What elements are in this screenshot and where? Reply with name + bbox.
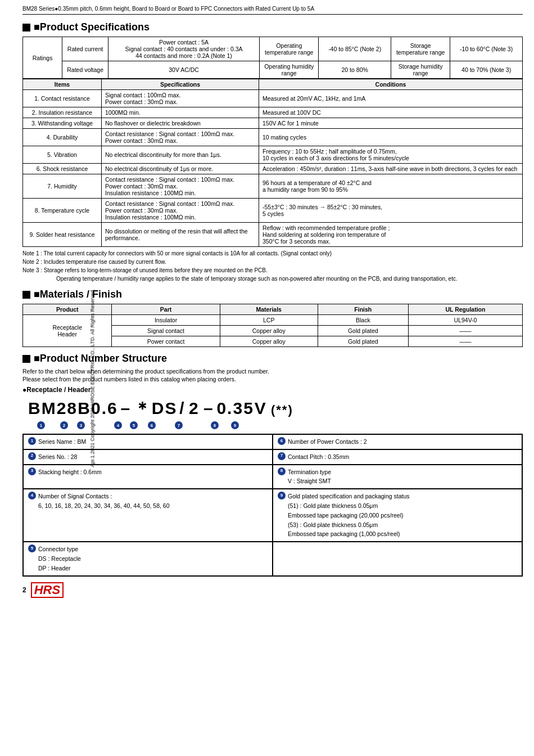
- storage-temp-label: Storage temperature range: [391, 37, 450, 61]
- spec-item-2: 3. Withstanding voltage: [23, 118, 102, 129]
- number-description-grid: 1Series Name : BM6Number of Power Contac…: [22, 434, 523, 577]
- num-part-12: (**): [268, 403, 297, 417]
- mat-header: Finish: [318, 304, 408, 315]
- circle-6: 6: [142, 421, 162, 429]
- note-0: Note 1 : The total current capacity for …: [22, 249, 523, 258]
- footer-page-num: 2: [22, 586, 26, 594]
- spec-condition-8: Reflow : with recommended temperature pr…: [259, 223, 523, 247]
- rated-voltage-label: Rated voltage: [62, 61, 108, 79]
- mat-ul-2: ——: [408, 336, 522, 347]
- num-desc-right-2: 8Termination typeV : Straight SMT: [273, 465, 522, 489]
- num-desc-right-0: 6Number of Power Contacts : 2: [273, 434, 522, 449]
- circle-2: 3: [74, 421, 88, 429]
- op-temp-value: -40 to 85°C (Note 2): [319, 37, 391, 61]
- mat-part-1: Signal contact: [112, 326, 220, 336]
- rated-current-label: Rated current: [62, 37, 108, 61]
- mat-finish-2: Gold plated: [318, 336, 408, 347]
- product-specs-section: ■Product Specifications Ratings Rated cu…: [22, 21, 523, 283]
- circle-10: 8: [201, 421, 228, 429]
- op-temp-label: Operating temperature range: [260, 37, 319, 61]
- mat-part-2: Power contact: [112, 336, 220, 347]
- spec-item-5: 6. Shock resistance: [23, 164, 102, 174]
- storage-humidity-value: 40 to 70% (Note 3): [450, 61, 523, 79]
- num-desc-left-3: 4Number of Signal Contacts :6, 10, 16, 1…: [23, 489, 273, 542]
- storage-temp-value: -10 to 60°C (Note 3): [450, 37, 523, 61]
- notes-section: Note 1 : The total current capacity for …: [22, 249, 523, 283]
- page-header: BM28 Series●0.35mm pitch, 0.6mm height, …: [22, 6, 523, 15]
- spec-spec-2: No flashover or dielectric breakdown: [102, 118, 259, 129]
- mat-header: Materials: [220, 304, 318, 315]
- spec-condition-7: -55±3°C : 30 minutes → 85±2°C : 30 minut…: [259, 199, 523, 223]
- materials-title: ■Materials / Finish: [22, 289, 523, 300]
- note-1: Note 2 : Includes temperature rise cause…: [22, 258, 523, 266]
- num-desc-left-0: 1Series Name : BM: [23, 434, 273, 449]
- circle-11: 9: [228, 421, 242, 429]
- product-number-display: BM28B0.6–＊DS/2–0.35V(**): [28, 397, 523, 420]
- specs-table: Items Specifications Conditions 1. Conta…: [22, 79, 523, 247]
- spec-item-8: 9. Solder heat resistance: [23, 223, 102, 247]
- mat-materials-0: LCP: [220, 315, 318, 326]
- spec-spec-8: No dissolution or melting of the resin t…: [102, 223, 259, 247]
- mat-header: Part: [112, 304, 220, 315]
- spec-spec-1: 1000MΩ min.: [102, 107, 259, 118]
- op-humidity-value: 20 to 80%: [319, 61, 391, 79]
- spec-condition-6: 96 hours at a temperature of 40 ±2°C and…: [259, 174, 523, 199]
- circle-4: 4: [110, 421, 126, 429]
- product-number-section: ■Product Number Structure Refer to the c…: [22, 353, 523, 577]
- col-items: Items: [23, 79, 102, 90]
- mat-header: UL Regulation: [408, 304, 522, 315]
- spec-condition-5: Acceleration : 450m/s², duration : 11ms,…: [259, 164, 523, 174]
- product-specs-title: ■Product Specifications: [22, 21, 523, 33]
- mat-ul-1: ——: [408, 326, 522, 336]
- num-part-8: 2: [187, 399, 201, 418]
- spec-condition-2: 150V AC for 1 minute: [259, 118, 523, 129]
- spec-spec-6: Contact resistance : Signal contact : 10…: [102, 174, 259, 199]
- mat-materials-2: Copper alloy: [220, 336, 318, 347]
- mat-ul-0: UL94V-0: [408, 315, 522, 326]
- spec-condition-1: Measured at 100V DC: [259, 107, 523, 118]
- note-2: Note 3 : Storage refers to long-term-sto…: [22, 266, 523, 274]
- storage-humidity-label: Storage humidity range: [391, 61, 450, 79]
- spec-condition-0: Measured at 20mV AC, 1kHz, and 1mA: [259, 90, 523, 107]
- spec-item-0: 1. Contact resistance: [23, 90, 102, 107]
- spec-item-1: 2. Insulation resistance: [23, 107, 102, 118]
- spec-spec-3: Contact resistance : Signal contact : 10…: [102, 129, 259, 146]
- num-part-1: 28: [57, 399, 78, 418]
- num-desc-left-1: 2Series No. : 28: [23, 449, 273, 465]
- spec-spec-0: Signal contact : 100mΩ max.Power contact…: [102, 90, 259, 107]
- hrs-logo: HRS: [31, 582, 64, 598]
- mat-finish-0: Black: [318, 315, 408, 326]
- spec-item-7: 8. Temperature cycle: [23, 199, 102, 223]
- num-part-10: 0.35: [216, 399, 254, 418]
- spec-item-6: 7. Humidity: [23, 174, 102, 199]
- spec-item-4: 5. Vibration: [23, 146, 102, 164]
- circle-8: 7: [172, 421, 185, 429]
- product-desc2: Please select from the product numbers l…: [22, 376, 523, 382]
- op-humidity-label: Operating humidity range: [260, 61, 319, 79]
- num-part-11: V: [254, 399, 268, 418]
- num-desc-right-3: 9Gold plated specification and packaging…: [273, 489, 522, 542]
- rated-current-values: Power contact : 5A Signal contact : 40 c…: [108, 37, 260, 61]
- spec-spec-7: Contact resistance : Signal contact : 10…: [102, 199, 259, 223]
- footer: 2 HRS: [22, 582, 523, 598]
- num-part-4: –: [118, 399, 134, 418]
- circle-5: 5: [126, 421, 142, 429]
- materials-table: ProductPartMaterialsFinishUL Regulation …: [22, 304, 523, 347]
- num-part-2: B: [78, 399, 91, 418]
- mat-part-0: Insulator: [112, 315, 220, 326]
- spec-spec-4: No electrical discontinuity for more tha…: [102, 146, 259, 164]
- num-part-0: BM: [28, 399, 57, 418]
- col-specifications: Specifications: [102, 79, 259, 90]
- spec-condition-3: 10 mating cycles: [259, 129, 523, 146]
- num-desc-left-4: 5Connector typeDS : ReceptacleDP : Heade…: [23, 542, 273, 575]
- product-number-title: ■Product Number Structure: [22, 353, 523, 364]
- product-desc1: Refer to the chart below when determinin…: [22, 368, 523, 375]
- num-part-6: DS: [152, 399, 178, 418]
- mat-materials-1: Copper alloy: [220, 326, 318, 336]
- mat-product: ReceptacleHeader: [23, 315, 112, 347]
- num-desc-right-1: 7Contact Pitch : 0.35mm: [273, 449, 522, 465]
- spec-condition-4: Frequency : 10 to 55Hz ; half amplitude …: [259, 146, 523, 164]
- circle-1: 2: [54, 421, 74, 429]
- col-conditions: Conditions: [259, 79, 523, 90]
- num-part-7: /: [177, 399, 187, 418]
